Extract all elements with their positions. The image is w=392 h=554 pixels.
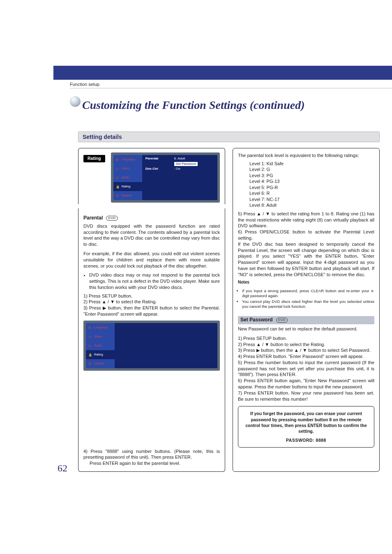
level-6: Level 6: R bbox=[249, 190, 374, 196]
rating-osd-panel: Rating ◍Language ▭Video ◎Audio 🔒Rating ⚙… bbox=[78, 148, 225, 204]
level-5: Level 5: PG-R bbox=[249, 185, 374, 191]
page-number: 62 bbox=[58, 463, 67, 474]
osd-menu-2: ◍Language ▭Video ◎Audio 🔒Rating ⚙Default bbox=[83, 321, 220, 371]
title-sphere-icon bbox=[70, 96, 81, 107]
osd1-tab-language: ◍Language bbox=[113, 155, 142, 164]
osd1-tab-default: ⚙Default bbox=[113, 191, 142, 200]
parental-step-6: 6) Press OPEN/CLOSE button to activate t… bbox=[238, 229, 374, 277]
dvd-chip-icon: DVD bbox=[276, 318, 288, 323]
header-divider bbox=[70, 88, 392, 88]
disc-icon: ◎ bbox=[116, 176, 120, 179]
level-8: Level 8: Adult bbox=[249, 202, 374, 208]
notes-heading: Notes bbox=[238, 279, 374, 285]
note-2: You cannot play DVD discs rated higher t… bbox=[242, 299, 374, 309]
breadcrumb: Function setup bbox=[70, 82, 99, 87]
parental-para-1: DVD discs equipped with the password fun… bbox=[83, 223, 220, 247]
osd2-tab-audio: ◎Audio bbox=[86, 341, 115, 350]
gear-icon: ⚙ bbox=[116, 194, 120, 197]
forgot-password-box: If you forget the password, you can eras… bbox=[238, 406, 374, 448]
globe-icon: ◍ bbox=[88, 326, 92, 329]
note-1: If you input a wrong password, press CLE… bbox=[242, 289, 374, 298]
parental-step-5: 5) Press ▲ / ▼ to select the rating from… bbox=[238, 211, 374, 229]
tv-icon: ▭ bbox=[88, 335, 92, 338]
dvd-chip-icon: DVD bbox=[106, 216, 118, 221]
section-heading-text: Setting details bbox=[83, 134, 122, 140]
osd2-tab-default: ⚙Default bbox=[86, 359, 115, 368]
right-panel: The parental lock level is equivalent to… bbox=[233, 148, 380, 472]
levels-intro: The parental lock level is equivalent to… bbox=[238, 152, 374, 159]
level-2: Level 2: G bbox=[249, 166, 374, 173]
osd1-tab-audio: ◎Audio bbox=[113, 173, 142, 182]
parental-step-4: 4) Press "8888" using number buttons. (P… bbox=[83, 448, 220, 466]
globe-icon: ◍ bbox=[116, 158, 120, 161]
parental-para-2: For example, if the disc allowed, you co… bbox=[83, 251, 220, 269]
page-title: Customizing the Function Settings (conti… bbox=[82, 99, 304, 112]
default-password: PASSWORD: 8888 bbox=[244, 437, 368, 443]
rating-pill: Rating bbox=[83, 155, 105, 162]
osd2-tab-language: ◍Language bbox=[86, 323, 115, 332]
osd1-tab-rating: 🔒Rating bbox=[113, 182, 142, 191]
parental-panel: Parental DVD DVD discs equipped with the… bbox=[78, 208, 225, 472]
level-3: Level 3: PG bbox=[249, 173, 374, 179]
notes-list: If you input a wrong password, press CLE… bbox=[238, 289, 374, 310]
osd2-tab-video: ▭Video bbox=[86, 332, 115, 341]
setpassword-heading-bar: Set Password DVD bbox=[238, 316, 374, 324]
osd1-row-setpass: Set Password bbox=[145, 162, 214, 166]
rating-levels-list: Level 1: Kid Safe Level 2: G Level 3: PG… bbox=[238, 161, 374, 208]
setpass-intro: New Password can be set to replace the d… bbox=[238, 326, 374, 332]
parental-bullet: DVD video discs may or may not respond t… bbox=[89, 272, 220, 290]
osd-menu-1: ◍Language ▭Video ◎Audio 🔒Rating ⚙Default… bbox=[111, 152, 220, 203]
tv-icon: ▭ bbox=[116, 167, 120, 170]
lock-icon: 🔒 bbox=[88, 353, 92, 356]
level-1: Level 1: Kid Safe bbox=[249, 161, 374, 167]
forgot-text: If you forget the password, you can eras… bbox=[244, 411, 368, 434]
section-heading: Setting details bbox=[78, 132, 380, 142]
header-blue-bar bbox=[53, 66, 392, 80]
osd1-tab-video: ▭Video bbox=[113, 164, 142, 173]
gear-icon: ⚙ bbox=[88, 362, 92, 365]
parental-heading: Parental bbox=[83, 215, 103, 222]
level-7: Level 7: NC-17 bbox=[249, 196, 374, 203]
parental-steps-1-3: 1) Press SETUP button. 2) Press ▲ / ▼ to… bbox=[83, 293, 220, 317]
osd1-row-dimctrl: Dim Ctrl: On bbox=[145, 167, 214, 171]
lock-icon: 🔒 bbox=[116, 185, 120, 188]
setpassword-heading: Set Password bbox=[240, 317, 273, 323]
setpass-steps: 1) Press SETUP button. 2) Press ▲ / ▼ bu… bbox=[238, 335, 374, 402]
level-4: Level 4: PG-13 bbox=[249, 178, 374, 185]
osd1-row-parental: Parental8. Adult bbox=[145, 157, 214, 161]
osd2-tab-rating: 🔒Rating bbox=[86, 350, 115, 359]
disc-icon: ◎ bbox=[88, 344, 92, 347]
